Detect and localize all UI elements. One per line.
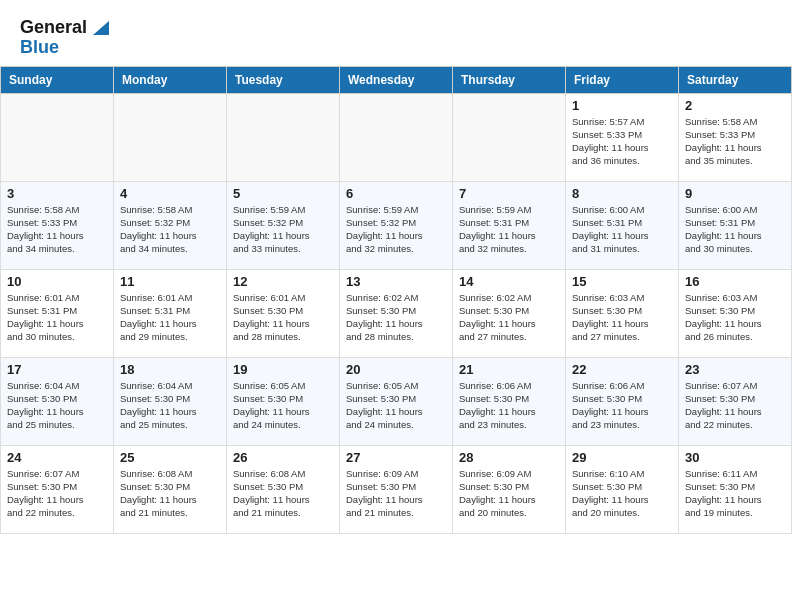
calendar-cell: 27Sunrise: 6:09 AM Sunset: 5:30 PM Dayli… xyxy=(340,445,453,533)
day-info: Sunrise: 6:11 AM Sunset: 5:30 PM Dayligh… xyxy=(685,467,785,520)
calendar-cell: 1Sunrise: 5:57 AM Sunset: 5:33 PM Daylig… xyxy=(566,93,679,181)
day-number: 30 xyxy=(685,450,785,465)
day-number: 15 xyxy=(572,274,672,289)
day-number: 14 xyxy=(459,274,559,289)
calendar-cell: 22Sunrise: 6:06 AM Sunset: 5:30 PM Dayli… xyxy=(566,357,679,445)
day-info: Sunrise: 6:09 AM Sunset: 5:30 PM Dayligh… xyxy=(346,467,446,520)
day-info: Sunrise: 6:01 AM Sunset: 5:31 PM Dayligh… xyxy=(120,291,220,344)
day-number: 8 xyxy=(572,186,672,201)
weekday-header-thursday: Thursday xyxy=(453,66,566,93)
day-info: Sunrise: 6:03 AM Sunset: 5:30 PM Dayligh… xyxy=(572,291,672,344)
calendar-cell: 3Sunrise: 5:58 AM Sunset: 5:33 PM Daylig… xyxy=(1,181,114,269)
day-info: Sunrise: 6:01 AM Sunset: 5:31 PM Dayligh… xyxy=(7,291,107,344)
day-info: Sunrise: 6:07 AM Sunset: 5:30 PM Dayligh… xyxy=(7,467,107,520)
day-info: Sunrise: 6:06 AM Sunset: 5:30 PM Dayligh… xyxy=(572,379,672,432)
day-number: 9 xyxy=(685,186,785,201)
weekday-header-friday: Friday xyxy=(566,66,679,93)
calendar-cell: 19Sunrise: 6:05 AM Sunset: 5:30 PM Dayli… xyxy=(227,357,340,445)
day-info: Sunrise: 5:58 AM Sunset: 5:33 PM Dayligh… xyxy=(685,115,785,168)
logo: General Blue xyxy=(20,18,109,58)
day-info: Sunrise: 5:58 AM Sunset: 5:33 PM Dayligh… xyxy=(7,203,107,256)
calendar-cell: 12Sunrise: 6:01 AM Sunset: 5:30 PM Dayli… xyxy=(227,269,340,357)
calendar-cell: 30Sunrise: 6:11 AM Sunset: 5:30 PM Dayli… xyxy=(679,445,792,533)
day-number: 11 xyxy=(120,274,220,289)
weekday-header-sunday: Sunday xyxy=(1,66,114,93)
calendar-cell: 2Sunrise: 5:58 AM Sunset: 5:33 PM Daylig… xyxy=(679,93,792,181)
day-number: 5 xyxy=(233,186,333,201)
day-info: Sunrise: 6:02 AM Sunset: 5:30 PM Dayligh… xyxy=(346,291,446,344)
day-number: 6 xyxy=(346,186,446,201)
weekday-header-wednesday: Wednesday xyxy=(340,66,453,93)
day-info: Sunrise: 6:07 AM Sunset: 5:30 PM Dayligh… xyxy=(685,379,785,432)
calendar-cell: 28Sunrise: 6:09 AM Sunset: 5:30 PM Dayli… xyxy=(453,445,566,533)
day-number: 12 xyxy=(233,274,333,289)
day-number: 28 xyxy=(459,450,559,465)
day-number: 18 xyxy=(120,362,220,377)
logo-general: General xyxy=(20,18,87,38)
day-info: Sunrise: 5:59 AM Sunset: 5:32 PM Dayligh… xyxy=(233,203,333,256)
calendar-cell: 29Sunrise: 6:10 AM Sunset: 5:30 PM Dayli… xyxy=(566,445,679,533)
day-number: 25 xyxy=(120,450,220,465)
day-info: Sunrise: 6:08 AM Sunset: 5:30 PM Dayligh… xyxy=(233,467,333,520)
calendar-cell: 17Sunrise: 6:04 AM Sunset: 5:30 PM Dayli… xyxy=(1,357,114,445)
calendar-cell xyxy=(227,93,340,181)
day-info: Sunrise: 6:05 AM Sunset: 5:30 PM Dayligh… xyxy=(233,379,333,432)
day-number: 22 xyxy=(572,362,672,377)
day-number: 19 xyxy=(233,362,333,377)
calendar-cell: 24Sunrise: 6:07 AM Sunset: 5:30 PM Dayli… xyxy=(1,445,114,533)
logo-triangle-icon xyxy=(89,17,109,35)
calendar-cell: 7Sunrise: 5:59 AM Sunset: 5:31 PM Daylig… xyxy=(453,181,566,269)
logo-blue: Blue xyxy=(20,38,109,58)
calendar-cell: 21Sunrise: 6:06 AM Sunset: 5:30 PM Dayli… xyxy=(453,357,566,445)
weekday-header-tuesday: Tuesday xyxy=(227,66,340,93)
day-info: Sunrise: 6:05 AM Sunset: 5:30 PM Dayligh… xyxy=(346,379,446,432)
day-number: 27 xyxy=(346,450,446,465)
day-info: Sunrise: 6:09 AM Sunset: 5:30 PM Dayligh… xyxy=(459,467,559,520)
calendar-cell: 10Sunrise: 6:01 AM Sunset: 5:31 PM Dayli… xyxy=(1,269,114,357)
day-number: 7 xyxy=(459,186,559,201)
calendar-cell: 26Sunrise: 6:08 AM Sunset: 5:30 PM Dayli… xyxy=(227,445,340,533)
day-info: Sunrise: 6:01 AM Sunset: 5:30 PM Dayligh… xyxy=(233,291,333,344)
day-number: 1 xyxy=(572,98,672,113)
day-number: 21 xyxy=(459,362,559,377)
day-number: 13 xyxy=(346,274,446,289)
day-number: 4 xyxy=(120,186,220,201)
day-number: 26 xyxy=(233,450,333,465)
calendar-cell: 11Sunrise: 6:01 AM Sunset: 5:31 PM Dayli… xyxy=(114,269,227,357)
day-info: Sunrise: 6:10 AM Sunset: 5:30 PM Dayligh… xyxy=(572,467,672,520)
calendar-cell: 8Sunrise: 6:00 AM Sunset: 5:31 PM Daylig… xyxy=(566,181,679,269)
day-info: Sunrise: 5:57 AM Sunset: 5:33 PM Dayligh… xyxy=(572,115,672,168)
day-number: 20 xyxy=(346,362,446,377)
weekday-header-saturday: Saturday xyxy=(679,66,792,93)
calendar-cell xyxy=(1,93,114,181)
day-number: 17 xyxy=(7,362,107,377)
day-number: 29 xyxy=(572,450,672,465)
day-number: 24 xyxy=(7,450,107,465)
calendar-cell: 23Sunrise: 6:07 AM Sunset: 5:30 PM Dayli… xyxy=(679,357,792,445)
day-number: 23 xyxy=(685,362,785,377)
day-info: Sunrise: 5:59 AM Sunset: 5:31 PM Dayligh… xyxy=(459,203,559,256)
calendar-cell xyxy=(114,93,227,181)
day-info: Sunrise: 6:08 AM Sunset: 5:30 PM Dayligh… xyxy=(120,467,220,520)
day-info: Sunrise: 6:00 AM Sunset: 5:31 PM Dayligh… xyxy=(685,203,785,256)
day-info: Sunrise: 6:04 AM Sunset: 5:30 PM Dayligh… xyxy=(120,379,220,432)
page-header: General Blue xyxy=(0,0,792,66)
calendar-cell xyxy=(340,93,453,181)
calendar-cell: 9Sunrise: 6:00 AM Sunset: 5:31 PM Daylig… xyxy=(679,181,792,269)
calendar-cell: 16Sunrise: 6:03 AM Sunset: 5:30 PM Dayli… xyxy=(679,269,792,357)
calendar-cell: 4Sunrise: 5:58 AM Sunset: 5:32 PM Daylig… xyxy=(114,181,227,269)
weekday-header-monday: Monday xyxy=(114,66,227,93)
day-number: 3 xyxy=(7,186,107,201)
calendar-cell: 25Sunrise: 6:08 AM Sunset: 5:30 PM Dayli… xyxy=(114,445,227,533)
day-info: Sunrise: 6:04 AM Sunset: 5:30 PM Dayligh… xyxy=(7,379,107,432)
calendar-cell: 14Sunrise: 6:02 AM Sunset: 5:30 PM Dayli… xyxy=(453,269,566,357)
day-info: Sunrise: 6:03 AM Sunset: 5:30 PM Dayligh… xyxy=(685,291,785,344)
day-info: Sunrise: 6:02 AM Sunset: 5:30 PM Dayligh… xyxy=(459,291,559,344)
calendar-cell: 15Sunrise: 6:03 AM Sunset: 5:30 PM Dayli… xyxy=(566,269,679,357)
calendar-cell: 6Sunrise: 5:59 AM Sunset: 5:32 PM Daylig… xyxy=(340,181,453,269)
calendar-cell xyxy=(453,93,566,181)
calendar-table: SundayMondayTuesdayWednesdayThursdayFrid… xyxy=(0,66,792,534)
day-number: 2 xyxy=(685,98,785,113)
calendar-cell: 20Sunrise: 6:05 AM Sunset: 5:30 PM Dayli… xyxy=(340,357,453,445)
calendar-cell: 18Sunrise: 6:04 AM Sunset: 5:30 PM Dayli… xyxy=(114,357,227,445)
